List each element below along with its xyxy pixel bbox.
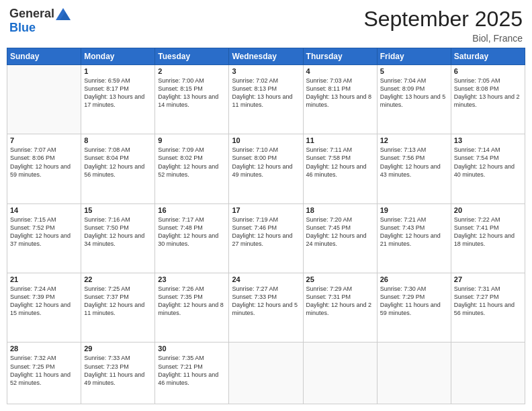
calendar-cell: 4Sunrise: 7:03 AM Sunset: 8:11 PM Daylig… — [303, 65, 377, 134]
calendar-week-5: 28Sunrise: 7:32 AM Sunset: 7:25 PM Dayli… — [7, 342, 525, 404]
day-number: 24 — [232, 275, 300, 283]
cell-details: Sunrise: 7:04 AM Sunset: 8:09 PM Dayligh… — [380, 77, 448, 109]
calendar-cell — [451, 342, 525, 404]
day-number: 16 — [158, 206, 226, 214]
day-number: 28 — [10, 345, 78, 353]
day-header-monday: Monday — [81, 48, 155, 65]
day-number: 26 — [380, 275, 448, 283]
calendar-cell — [7, 65, 81, 134]
calendar-cell — [377, 342, 451, 404]
calendar-cell: 2Sunrise: 7:00 AM Sunset: 8:15 PM Daylig… — [155, 65, 229, 134]
day-header-thursday: Thursday — [303, 48, 377, 65]
calendar-cell — [229, 342, 303, 404]
cell-details: Sunrise: 7:24 AM Sunset: 7:39 PM Dayligh… — [10, 285, 78, 318]
day-number: 9 — [158, 136, 226, 144]
day-number: 25 — [306, 275, 374, 283]
calendar-cell: 16Sunrise: 7:17 AM Sunset: 7:48 PM Dayli… — [155, 203, 229, 273]
calendar-week-4: 21Sunrise: 7:24 AM Sunset: 7:39 PM Dayli… — [7, 273, 525, 342]
cell-details: Sunrise: 7:02 AM Sunset: 8:13 PM Dayligh… — [232, 77, 300, 109]
calendar-cell: 26Sunrise: 7:30 AM Sunset: 7:29 PM Dayli… — [377, 273, 451, 342]
location-text: Biol, France — [363, 33, 523, 44]
day-header-wednesday: Wednesday — [229, 48, 303, 65]
cell-details: Sunrise: 7:29 AM Sunset: 7:31 PM Dayligh… — [306, 285, 374, 318]
calendar-cell: 15Sunrise: 7:16 AM Sunset: 7:50 PM Dayli… — [81, 203, 155, 273]
month-title: September 2025 — [363, 7, 523, 32]
calendar-cell — [303, 342, 377, 404]
day-number: 7 — [10, 136, 78, 144]
calendar-cell: 14Sunrise: 7:15 AM Sunset: 7:52 PM Dayli… — [7, 203, 81, 273]
calendar-cell: 18Sunrise: 7:20 AM Sunset: 7:45 PM Dayli… — [303, 203, 377, 273]
cell-details: Sunrise: 7:30 AM Sunset: 7:29 PM Dayligh… — [380, 285, 448, 318]
calendar-cell: 21Sunrise: 7:24 AM Sunset: 7:39 PM Dayli… — [7, 273, 81, 342]
title-block: September 2025 Biol, France — [363, 7, 523, 44]
calendar-cell: 6Sunrise: 7:05 AM Sunset: 8:08 PM Daylig… — [451, 65, 525, 134]
logo-general-text: General — [9, 7, 54, 21]
calendar-cell: 24Sunrise: 7:27 AM Sunset: 7:33 PM Dayli… — [229, 273, 303, 342]
calendar-week-3: 14Sunrise: 7:15 AM Sunset: 7:52 PM Dayli… — [7, 203, 525, 273]
calendar-cell: 30Sunrise: 7:35 AM Sunset: 7:21 PM Dayli… — [155, 342, 229, 404]
calendar-cell: 17Sunrise: 7:19 AM Sunset: 7:46 PM Dayli… — [229, 203, 303, 273]
day-header-sunday: Sunday — [7, 48, 81, 65]
day-number: 29 — [84, 345, 152, 353]
day-number: 13 — [454, 136, 522, 144]
calendar-cell: 11Sunrise: 7:11 AM Sunset: 7:58 PM Dayli… — [303, 134, 377, 203]
calendar-cell: 19Sunrise: 7:21 AM Sunset: 7:43 PM Dayli… — [377, 203, 451, 273]
calendar-week-1: 1Sunrise: 6:59 AM Sunset: 8:17 PM Daylig… — [7, 65, 525, 134]
cell-details: Sunrise: 7:13 AM Sunset: 7:56 PM Dayligh… — [380, 146, 448, 179]
day-number: 8 — [84, 136, 152, 144]
cell-details: Sunrise: 7:09 AM Sunset: 8:02 PM Dayligh… — [158, 146, 226, 179]
calendar-cell: 10Sunrise: 7:10 AM Sunset: 8:00 PM Dayli… — [229, 134, 303, 203]
day-number: 21 — [10, 275, 78, 283]
calendar-cell: 5Sunrise: 7:04 AM Sunset: 8:09 PM Daylig… — [377, 65, 451, 134]
header: General Blue September 2025 Biol, France — [7, 7, 525, 44]
day-header-friday: Friday — [377, 48, 451, 65]
cell-details: Sunrise: 7:22 AM Sunset: 7:41 PM Dayligh… — [454, 216, 522, 248]
day-number: 6 — [454, 67, 522, 75]
day-number: 1 — [84, 67, 152, 75]
cell-details: Sunrise: 7:26 AM Sunset: 7:35 PM Dayligh… — [158, 285, 226, 318]
day-number: 10 — [232, 136, 300, 144]
cell-details: Sunrise: 7:31 AM Sunset: 7:27 PM Dayligh… — [454, 285, 522, 318]
cell-details: Sunrise: 7:33 AM Sunset: 7:23 PM Dayligh… — [84, 354, 152, 387]
cell-details: Sunrise: 7:07 AM Sunset: 8:06 PM Dayligh… — [10, 146, 78, 179]
day-number: 14 — [10, 206, 78, 214]
day-number: 22 — [84, 275, 152, 283]
calendar-week-2: 7Sunrise: 7:07 AM Sunset: 8:06 PM Daylig… — [7, 134, 525, 203]
calendar-cell: 22Sunrise: 7:25 AM Sunset: 7:37 PM Dayli… — [81, 273, 155, 342]
calendar-cell: 3Sunrise: 7:02 AM Sunset: 8:13 PM Daylig… — [229, 65, 303, 134]
day-header-saturday: Saturday — [451, 48, 525, 65]
calendar-cell: 7Sunrise: 7:07 AM Sunset: 8:06 PM Daylig… — [7, 134, 81, 203]
calendar-cell: 8Sunrise: 7:08 AM Sunset: 8:04 PM Daylig… — [81, 134, 155, 203]
cell-details: Sunrise: 7:27 AM Sunset: 7:33 PM Dayligh… — [232, 285, 300, 318]
calendar-cell: 23Sunrise: 7:26 AM Sunset: 7:35 PM Dayli… — [155, 273, 229, 342]
cell-details: Sunrise: 7:16 AM Sunset: 7:50 PM Dayligh… — [84, 216, 152, 248]
day-number: 3 — [232, 67, 300, 75]
cell-details: Sunrise: 6:59 AM Sunset: 8:17 PM Dayligh… — [84, 77, 152, 109]
calendar-cell: 12Sunrise: 7:13 AM Sunset: 7:56 PM Dayli… — [377, 134, 451, 203]
day-number: 18 — [306, 206, 374, 214]
calendar-cell: 27Sunrise: 7:31 AM Sunset: 7:27 PM Dayli… — [451, 273, 525, 342]
cell-details: Sunrise: 7:05 AM Sunset: 8:08 PM Dayligh… — [454, 77, 522, 109]
day-number: 2 — [158, 67, 226, 75]
cell-details: Sunrise: 7:15 AM Sunset: 7:52 PM Dayligh… — [10, 216, 78, 248]
calendar-cell: 1Sunrise: 6:59 AM Sunset: 8:17 PM Daylig… — [81, 65, 155, 134]
cell-details: Sunrise: 7:00 AM Sunset: 8:15 PM Dayligh… — [158, 77, 226, 109]
cell-details: Sunrise: 7:35 AM Sunset: 7:21 PM Dayligh… — [158, 354, 226, 387]
calendar-cell: 25Sunrise: 7:29 AM Sunset: 7:31 PM Dayli… — [303, 273, 377, 342]
cell-details: Sunrise: 7:03 AM Sunset: 8:11 PM Dayligh… — [306, 77, 374, 109]
cell-details: Sunrise: 7:10 AM Sunset: 8:00 PM Dayligh… — [232, 146, 300, 179]
logo-icon — [56, 8, 71, 20]
cell-details: Sunrise: 7:17 AM Sunset: 7:48 PM Dayligh… — [158, 216, 226, 248]
calendar-table: SundayMondayTuesdayWednesdayThursdayFrid… — [7, 48, 525, 404]
cell-details: Sunrise: 7:25 AM Sunset: 7:37 PM Dayligh… — [84, 285, 152, 318]
day-number: 15 — [84, 206, 152, 214]
day-number: 5 — [380, 67, 448, 75]
calendar-cell: 9Sunrise: 7:09 AM Sunset: 8:02 PM Daylig… — [155, 134, 229, 203]
day-number: 23 — [158, 275, 226, 283]
day-number: 11 — [306, 136, 374, 144]
cell-details: Sunrise: 7:32 AM Sunset: 7:25 PM Dayligh… — [10, 354, 78, 387]
calendar-header-row: SundayMondayTuesdayWednesdayThursdayFrid… — [7, 48, 525, 65]
day-header-tuesday: Tuesday — [155, 48, 229, 65]
day-number: 20 — [454, 206, 522, 214]
cell-details: Sunrise: 7:19 AM Sunset: 7:46 PM Dayligh… — [232, 216, 300, 248]
